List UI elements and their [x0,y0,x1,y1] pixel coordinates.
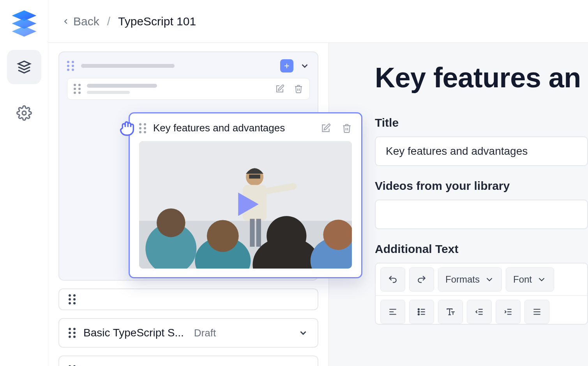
app-logo [9,7,40,38]
lesson-title: Key features and advantages [153,122,285,134]
back-button[interactable]: Back [62,15,99,28]
svg-point-0 [22,111,26,115]
align-left-button[interactable] [380,300,405,324]
svg-point-22 [418,314,419,315]
text-size-button[interactable] [438,300,463,324]
chapter-row[interactable]: Basic TypeScript S... Draft [58,318,318,348]
grab-cursor-icon [116,117,138,140]
chevron-down-icon[interactable] [300,61,310,71]
placeholder-line [87,91,130,94]
drag-handle-icon[interactable] [67,61,75,71]
add-lesson-button[interactable]: + [280,59,293,72]
lesson-video-thumbnail[interactable] [139,141,352,269]
chevron-down-icon[interactable] [298,328,308,338]
trash-icon[interactable] [294,84,303,94]
trash-icon[interactable] [342,123,352,133]
chapter-title: Advanced Types in Typ... [83,364,205,366]
breadcrumb-separator: / [106,15,112,28]
lesson-placeholder-row[interactable] [67,78,310,100]
title-input[interactable] [375,136,588,166]
additional-text-label: Additional Text [375,242,588,256]
status-badge: Draft [194,327,216,339]
lesson-card-active[interactable]: Key features and advantages [129,112,362,278]
drag-handle-icon[interactable] [69,328,76,338]
module-title-placeholder [81,64,175,68]
bullet-list-button[interactable] [409,300,434,324]
title-field-label: Title [375,116,588,129]
nav-rail [0,0,48,366]
chapter-row[interactable]: Advanced Types in Typ... [58,355,318,366]
video-library-select[interactable] [375,200,588,229]
outdent-button[interactable] [467,300,492,324]
drag-handle-icon[interactable] [139,123,147,133]
chapter-title: Basic TypeScript S... [83,327,184,339]
placeholder-line [87,84,157,88]
redo-button[interactable] [409,267,434,292]
svg-point-10 [157,209,185,237]
breadcrumb: Back / TypeScript 101 [48,0,588,43]
font-dropdown[interactable]: Font [506,267,554,292]
svg-point-20 [418,309,419,310]
formats-dropdown[interactable]: Formats [438,267,502,292]
videos-field-label: Videos from your library [375,179,588,193]
nav-settings[interactable] [7,96,41,130]
drag-handle-icon[interactable] [74,84,81,94]
indent-button[interactable] [496,300,521,324]
undo-button[interactable] [380,267,405,292]
edit-icon[interactable] [321,123,331,133]
play-icon [228,187,263,223]
page-title: Key features an [375,62,588,94]
nav-courses[interactable] [7,50,41,84]
svg-point-12 [207,220,239,252]
edit-icon[interactable] [275,84,284,94]
svg-point-21 [418,311,419,312]
back-label: Back [73,15,99,28]
breadcrumb-title: TypeScript 101 [118,15,196,28]
align-justify-button[interactable] [524,300,549,324]
course-outline-panel: + Basic TypeScri [48,43,329,366]
outline-drop-slot[interactable] [58,288,318,310]
lesson-details-panel: Key features an Title Videos from your l… [329,43,588,366]
drag-handle-icon[interactable] [69,294,76,304]
svg-rect-4 [249,175,260,179]
svg-point-14 [267,216,306,256]
